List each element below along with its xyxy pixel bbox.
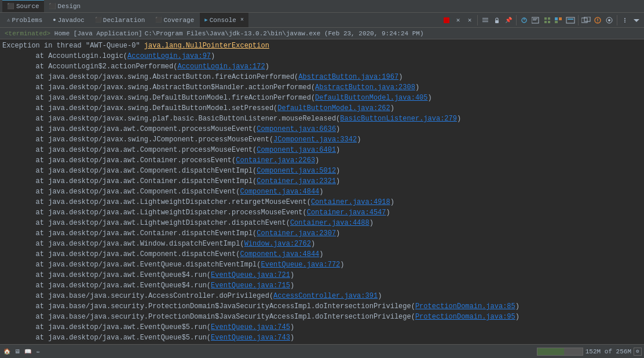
method-name: java.base/java.security.ProtectionDomain…	[48, 302, 415, 310]
toolbar-icon-7[interactable]	[592, 15, 603, 25]
stack-link[interactable]: DefaultButtonModel.java:405	[315, 94, 427, 102]
line-suffix: )	[415, 83, 419, 92]
line-suffix: )	[290, 271, 294, 279]
method-name: java.base/java.security.AccessController…	[48, 292, 273, 300]
stack-link[interactable]: AccountLogin.java:172	[177, 63, 265, 71]
settings-button[interactable]	[620, 15, 630, 25]
tab-declaration[interactable]: ⬛ Declaration	[90, 13, 150, 27]
stack-link[interactable]: Container.java:2307	[257, 229, 336, 238]
memory-usage: 152M of 256M	[586, 348, 631, 355]
toolbar-icon-3[interactable]	[542, 15, 552, 25]
console-output[interactable]: Exception in thread "AWT-Queue-0" java.l…	[0, 39, 644, 344]
stack-link[interactable]: ProtectionDomain.java:85	[415, 302, 515, 310]
secondary-toolbar: ⚠ Problems ● Javadoc ⬛ Declaration ⬛ Cov…	[0, 13, 644, 28]
stack-link[interactable]: EventQueue.java:721	[211, 271, 290, 279]
stack-link[interactable]: AccessController.java:391	[273, 292, 378, 300]
pencil-icon[interactable]: ✏	[34, 347, 43, 356]
stack-link[interactable]: EventQueue.java:715	[211, 282, 290, 290]
stack-link[interactable]: BasicButtonListener.java:279	[340, 115, 457, 123]
at-prefix: at	[2, 219, 48, 227]
svg-rect-4	[495, 20, 499, 23]
stack-link[interactable]: Container.java:2263	[236, 156, 315, 165]
method-name: java.desktop/java.awt.Component.dispatch…	[48, 250, 240, 258]
console-line: at java.desktop/java.awt.LightweightDisp…	[2, 197, 642, 207]
console-close-icon[interactable]: ×	[240, 17, 244, 23]
top-tab-bar: ⬛ Source ⬛ Design	[0, 0, 644, 13]
method-name: java.desktop/javax.swing.DefaultButtonMo…	[48, 94, 315, 102]
at-prefix: at	[2, 240, 48, 248]
console-line: at java.desktop/javax.swing.plaf.basic.B…	[2, 114, 642, 124]
stack-link[interactable]: EventQueue.java:745	[211, 323, 290, 331]
method-name: java.desktop/java.awt.LightweightDispatc…	[48, 209, 306, 217]
stack-link[interactable]: Container.java:4918	[311, 198, 390, 206]
stack-link[interactable]: Component.java:5012	[257, 167, 336, 175]
line-suffix: )	[457, 115, 461, 123]
exception-prefix: Exception in thread "AWT-Queue-0"	[2, 42, 144, 50]
declaration-icon: ⬛	[95, 17, 101, 23]
clear-button[interactable]	[480, 15, 491, 25]
gc-button[interactable]: ⚙	[634, 348, 642, 356]
svg-rect-9	[533, 20, 536, 20]
stack-link[interactable]: Window.java:2762	[244, 240, 311, 248]
stack-link[interactable]: AbstractButton.java:2308	[315, 83, 415, 92]
monitor-icon[interactable]: 🖥	[13, 347, 22, 356]
stack-link[interactable]: EventQueue.java:772	[261, 261, 340, 269]
pin-button[interactable]: 📌	[503, 15, 514, 25]
dropdown-button[interactable]	[631, 15, 642, 25]
at-prefix: at	[2, 146, 48, 154]
stack-link[interactable]: Component.java:6401	[257, 146, 336, 154]
line-suffix: )	[290, 282, 294, 290]
at-prefix: at	[2, 209, 48, 217]
stop-button[interactable]	[441, 15, 452, 25]
stack-link[interactable]: Component.java:6636	[257, 125, 336, 133]
tab-source[interactable]: ⬛ Source	[2, 0, 44, 12]
toolbar-icon-6[interactable]	[581, 15, 591, 25]
stack-link[interactable]: AccountLogin.java:97	[127, 52, 211, 60]
svg-rect-12	[544, 21, 547, 23]
memory-bar[interactable]	[537, 348, 583, 356]
line-suffix: )	[369, 219, 374, 227]
at-prefix: at	[2, 167, 48, 175]
at-prefix: at	[2, 188, 48, 196]
stack-link[interactable]: ProtectionDomain.java:95	[415, 313, 515, 321]
svg-marker-27	[634, 19, 639, 22]
svg-point-26	[608, 19, 610, 21]
method-name: java.desktop/javax.swing.DefaultButtonMo…	[48, 104, 277, 112]
svg-rect-10	[544, 17, 547, 20]
tab-problems[interactable]: ⚠ Problems	[2, 13, 47, 27]
stack-link[interactable]: Container.java:2321	[257, 177, 336, 185]
stack-link[interactable]: EventQueue.java:743	[211, 334, 290, 342]
svg-rect-17	[566, 17, 575, 24]
console-line: at java.desktop/java.awt.Component.proce…	[2, 124, 642, 134]
tab-design[interactable]: ⬛ Design	[44, 0, 86, 12]
toolbar-icon-8[interactable]	[604, 15, 614, 25]
toolbar-icon-5[interactable]	[565, 15, 576, 25]
stack-link[interactable]: Container.java:4547	[307, 209, 386, 217]
stack-link[interactable]: DefaultButtonModel.java:262	[277, 104, 390, 112]
method-name: java.base/java.security.ProtectionDomain…	[48, 313, 415, 321]
stack-link[interactable]: JComponent.java:3342	[273, 136, 357, 144]
home-icon[interactable]: 🏠	[2, 347, 12, 356]
stack-link[interactable]: Component.java:4844	[240, 250, 319, 258]
tab-javadoc[interactable]: ● Javadoc	[48, 13, 89, 27]
close-console-button[interactable]: ✕	[453, 15, 463, 25]
tab-coverage[interactable]: ⬛ Coverage	[151, 13, 199, 27]
stack-link[interactable]: Component.java:4844	[240, 188, 319, 196]
toolbar-icon-4[interactable]	[554, 15, 564, 25]
toolbar-icon-1[interactable]	[519, 15, 529, 25]
console-line: at java.base/java.security.AccessControl…	[2, 291, 642, 301]
stack-link[interactable]: Container.java:4488	[290, 219, 369, 227]
bottom-bar: 🏠 🖥 📖 ✏ 152M of 256M ⚙	[0, 344, 644, 358]
at-prefix: at	[2, 115, 48, 123]
book-icon[interactable]: 📖	[23, 347, 32, 356]
at-prefix: at	[2, 334, 48, 342]
stack-link[interactable]: AbstractButton.java:1967	[298, 73, 398, 81]
lock-button[interactable]	[492, 15, 502, 25]
at-prefix: at	[2, 94, 48, 102]
svg-rect-0	[444, 17, 449, 23]
maximize-button[interactable]: ✕	[464, 15, 475, 25]
tab-console[interactable]: ▶ Console ×	[200, 13, 248, 27]
line-suffix: )	[336, 167, 340, 175]
toolbar-icon-2[interactable]	[530, 15, 541, 25]
tab-source-label: Source	[16, 3, 39, 10]
